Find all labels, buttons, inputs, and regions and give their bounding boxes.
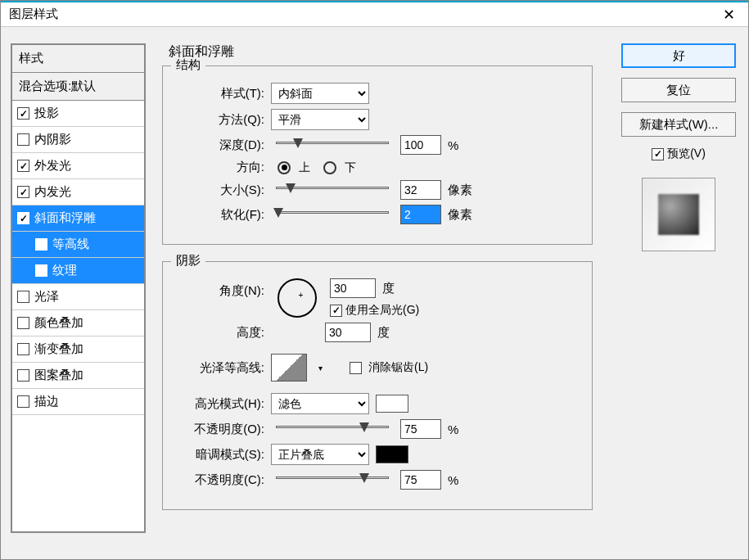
sidebar-item-label: 斜面和浮雕: [34, 210, 96, 226]
window-title: 图层样式: [4, 7, 712, 22]
angle-input[interactable]: [330, 278, 376, 298]
shadow-color-swatch[interactable]: [376, 445, 408, 463]
sidebar-item-label: 渐变叠加: [34, 341, 83, 357]
highlight-opacity-slider[interactable]: [271, 422, 394, 436]
preview-swatch-icon: [658, 194, 699, 235]
sidebar-item-11[interactable]: 描边: [12, 389, 144, 415]
sidebar-item-10[interactable]: 图案叠加: [12, 363, 144, 389]
highlight-mode-select[interactable]: 滤色: [271, 393, 369, 414]
altitude-label: 高度:: [174, 325, 264, 341]
highlight-opacity-unit: %: [448, 422, 458, 436]
depth-slider[interactable]: [271, 138, 394, 152]
soften-label: 软化(F):: [174, 207, 264, 223]
sidebar-item-label: 内发光: [34, 184, 71, 200]
sidebar-item-checkbox[interactable]: [17, 107, 29, 120]
sidebar-item-label: 图案叠加: [34, 368, 83, 383]
style-label: 样式(T):: [174, 86, 264, 102]
sidebar-item-label: 颜色叠加: [34, 315, 83, 331]
right-column: 好 复位 新建样式(W)... 预览(V): [617, 43, 740, 533]
highlight-opacity-input[interactable]: [400, 419, 441, 439]
antialias-label: 消除锯齿(L): [368, 360, 428, 375]
sidebar-item-checkbox[interactable]: [35, 238, 47, 251]
settings-panel: 斜面和浮雕 结构 样式(T): 内斜面 方法(Q): 平滑 深度(D): %: [162, 43, 601, 533]
direction-down-radio[interactable]: [323, 161, 336, 174]
preview-label: 预览(V): [667, 147, 706, 161]
preview-thumbnail: [642, 178, 715, 251]
direction-label: 方向:: [174, 160, 264, 175]
sidebar-item-checkbox[interactable]: [17, 395, 29, 408]
highlight-mode-label: 高光模式(H):: [174, 396, 264, 412]
sidebar-item-3[interactable]: 内发光: [12, 179, 144, 205]
contour-dropdown-icon[interactable]: ▾: [314, 354, 327, 382]
size-label: 大小(S):: [174, 183, 264, 198]
shade-group-title: 阴影: [171, 253, 205, 269]
sidebar-item-label: 描边: [34, 394, 59, 409]
layer-style-dialog: 图层样式 ✕ 样式 混合选项:默认 投影内阴影外发光内发光斜面和浮雕等高线纹理光…: [0, 0, 749, 560]
contour-picker[interactable]: [271, 354, 307, 382]
shadow-opacity-slider[interactable]: [271, 472, 394, 487]
preview-checkbox[interactable]: [652, 148, 664, 160]
sidebar-item-label: 等高线: [52, 237, 89, 252]
content-area: 样式 混合选项:默认 投影内阴影外发光内发光斜面和浮雕等高线纹理光泽颜色叠加渐变…: [1, 27, 748, 541]
sidebar-item-4[interactable]: 斜面和浮雕: [12, 205, 144, 232]
sidebar-item-0[interactable]: 投影: [12, 101, 144, 127]
sidebar-item-label: 纹理: [52, 263, 77, 278]
size-slider[interactable]: [271, 183, 394, 197]
direction-up-radio[interactable]: [277, 161, 291, 174]
highlight-color-swatch[interactable]: [376, 395, 408, 413]
sidebar-item-label: 投影: [34, 106, 59, 121]
depth-unit: %: [448, 138, 458, 152]
reset-button[interactable]: 复位: [621, 78, 736, 102]
shadow-mode-select[interactable]: 正片叠底: [271, 444, 369, 465]
sidebar-item-6[interactable]: 纹理: [12, 258, 144, 284]
size-input[interactable]: [400, 180, 441, 200]
sidebar-item-9[interactable]: 渐变叠加: [12, 336, 144, 363]
sidebar-item-checkbox[interactable]: [17, 369, 29, 382]
style-select[interactable]: 内斜面: [271, 83, 369, 104]
new-style-button[interactable]: 新建样式(W)...: [621, 112, 736, 137]
style-list-header[interactable]: 样式: [12, 45, 144, 73]
direction-down-label: 下: [345, 160, 356, 175]
sidebar-item-label: 内阴影: [34, 132, 71, 147]
titlebar: 图层样式 ✕: [1, 1, 748, 27]
sidebar-item-checkbox[interactable]: [17, 186, 29, 198]
sidebar-item-7[interactable]: 光泽: [12, 284, 144, 310]
global-light-checkbox[interactable]: [330, 305, 342, 317]
depth-input[interactable]: [400, 135, 441, 155]
blend-options-header[interactable]: 混合选项:默认: [12, 73, 144, 101]
altitude-unit: 度: [377, 325, 390, 341]
ok-button[interactable]: 好: [621, 43, 736, 68]
direction-up-label: 上: [299, 160, 310, 175]
close-button[interactable]: ✕: [712, 3, 745, 26]
size-unit: 像素: [448, 183, 472, 198]
sidebar-item-5[interactable]: 等高线: [12, 232, 144, 258]
shadow-opacity-input[interactable]: [400, 470, 441, 490]
sidebar-item-checkbox[interactable]: [17, 160, 29, 172]
style-list: 样式 混合选项:默认 投影内阴影外发光内发光斜面和浮雕等高线纹理光泽颜色叠加渐变…: [11, 43, 146, 533]
sidebar-item-checkbox[interactable]: [17, 343, 29, 355]
soften-input[interactable]: [400, 205, 441, 224]
sidebar-item-checkbox[interactable]: [17, 212, 29, 224]
sidebar-item-1[interactable]: 内阴影: [12, 127, 144, 153]
sidebar-item-checkbox[interactable]: [17, 133, 29, 146]
antialias-checkbox[interactable]: [350, 362, 362, 374]
global-light-label: 使用全局光(G): [345, 303, 419, 318]
method-select[interactable]: 平滑: [271, 109, 369, 130]
soften-slider[interactable]: [271, 207, 394, 222]
structure-group: 结构 样式(T): 内斜面 方法(Q): 平滑 深度(D): % 方向:: [162, 65, 593, 245]
structure-group-title: 结构: [171, 57, 205, 73]
soften-unit: 像素: [448, 207, 472, 223]
shadow-opacity-unit: %: [448, 473, 458, 487]
sidebar-item-checkbox[interactable]: [17, 317, 29, 329]
sidebar-item-checkbox[interactable]: [17, 291, 29, 303]
angle-dial[interactable]: +: [277, 278, 317, 318]
angle-cross-icon: +: [298, 290, 303, 299]
shadow-mode-label: 暗调模式(S):: [174, 447, 264, 463]
sidebar-item-label: 光泽: [34, 289, 59, 305]
altitude-input[interactable]: [325, 323, 371, 342]
shadow-opacity-label: 不透明度(C):: [174, 472, 264, 488]
method-label: 方法(Q):: [174, 112, 264, 128]
sidebar-item-2[interactable]: 外发光: [12, 153, 144, 179]
sidebar-item-8[interactable]: 颜色叠加: [12, 310, 144, 336]
sidebar-item-checkbox[interactable]: [35, 264, 47, 277]
